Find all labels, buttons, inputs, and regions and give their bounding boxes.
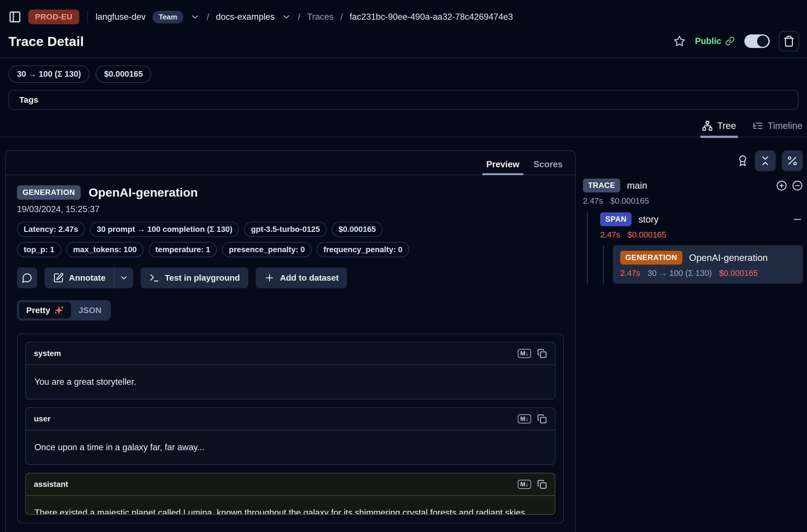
- message-role: assistant: [34, 480, 68, 489]
- trace-latency: 2.47s: [583, 196, 603, 206]
- trace-name: main: [627, 180, 647, 191]
- chevron-down-icon[interactable]: [282, 12, 291, 22]
- trash-icon: [783, 35, 795, 47]
- tree-node-span[interactable]: SPAN story: [600, 212, 803, 226]
- sidebar-toggle-icon[interactable]: [8, 11, 21, 23]
- pretty-label: Pretty: [26, 305, 50, 315]
- panel-tabs: Preview Scores: [6, 151, 575, 175]
- metric-latency: Latency: 2.47s: [17, 222, 85, 237]
- generation-cost: $0.000165: [719, 268, 757, 278]
- format-toggle: Pretty JSON: [17, 300, 111, 320]
- divider: [87, 11, 88, 23]
- span-name: story: [638, 214, 659, 225]
- generation-name: OpenAI-generation: [689, 252, 768, 263]
- breadcrumb-separator: /: [298, 12, 301, 22]
- star-icon[interactable]: [674, 35, 686, 47]
- link-icon: [725, 36, 735, 46]
- metric-presence-penalty: presence_penalty: 0: [222, 242, 312, 257]
- expand-all-icon[interactable]: [776, 180, 787, 191]
- metric-max-tokens: max_tokens: 100: [66, 242, 144, 257]
- format-json-button[interactable]: JSON: [71, 302, 109, 319]
- environment-badge[interactable]: PROD-EU: [28, 10, 79, 24]
- toggle-knob: [757, 36, 768, 47]
- page-title: Trace Detail: [8, 34, 84, 49]
- delete-trace-button[interactable]: [780, 32, 799, 51]
- breadcrumb-project[interactable]: docs-examples: [216, 12, 275, 22]
- chevron-down-icon[interactable]: [190, 12, 200, 22]
- markdown-toggle-button[interactable]: M↓: [518, 414, 531, 423]
- tab-scores[interactable]: Scores: [533, 159, 563, 175]
- copy-icon[interactable]: [537, 349, 547, 358]
- message-assistant: assistant M↓ There existed a majestic pl…: [25, 473, 555, 515]
- tab-preview[interactable]: Preview: [486, 159, 519, 175]
- breadcrumb-separator: /: [207, 12, 209, 22]
- test-in-playground-button[interactable]: Test in playground: [140, 267, 248, 288]
- award-icon[interactable]: [737, 155, 749, 167]
- collapse-all-button[interactable]: [755, 150, 776, 171]
- message-content: Once upon a time in a galaxy far, far aw…: [26, 431, 555, 464]
- markdown-toggle-button[interactable]: M↓: [518, 349, 531, 358]
- public-link[interactable]: Public: [695, 36, 735, 46]
- observation-metrics: Latency: 2.47s 30 prompt → 100 completio…: [17, 222, 426, 257]
- tags-container[interactable]: Tags: [8, 90, 799, 110]
- comment-button[interactable]: [17, 267, 37, 288]
- annotate-label: Annotate: [69, 273, 106, 283]
- metrics-percent-button[interactable]: [782, 150, 803, 171]
- breadcrumb-trace-id: fac231bc-90ee-490a-aa32-78c4269474e3: [350, 12, 513, 22]
- tree-node-trace[interactable]: TRACE main: [583, 178, 803, 192]
- metric-cost: $0.000165: [332, 222, 382, 237]
- observation-type-badge: GENERATION: [17, 185, 81, 200]
- annotate-dropdown-button[interactable]: [115, 267, 133, 288]
- trace-tree: TRACE main 2.47s $0.000165 SPAN: [583, 178, 803, 284]
- observation-title: OpenAI-generation: [89, 186, 198, 200]
- message-role: system: [34, 349, 61, 358]
- collapse-span-icon[interactable]: [792, 214, 803, 225]
- active-tab-indicator: [700, 136, 738, 138]
- view-tabs: Tree Timeline: [0, 120, 807, 137]
- copy-icon[interactable]: [537, 414, 547, 424]
- trace-badge: TRACE: [583, 178, 620, 192]
- collapse-node-icon[interactable]: [792, 180, 803, 191]
- markdown-toggle-button[interactable]: M↓: [518, 480, 531, 489]
- generation-latency: 2.47s: [620, 268, 640, 278]
- span-badge: SPAN: [600, 212, 632, 226]
- plus-icon: [264, 272, 275, 283]
- breadcrumb-traces[interactable]: Traces: [307, 12, 334, 22]
- message-paragraph: There existed a majestic planet called L…: [34, 506, 546, 515]
- generation-badge: GENERATION: [620, 251, 682, 265]
- token-usage-badge: 30 → 100 (Σ 130): [8, 65, 90, 83]
- tree-node-generation-selected[interactable]: GENERATION OpenAI-generation 2.47s 30 → …: [613, 245, 803, 284]
- generation-metrics: 2.47s 30 → 100 (Σ 130) $0.000165: [620, 268, 795, 278]
- breadcrumb-separator: /: [340, 12, 343, 22]
- active-tab-indicator: [482, 173, 523, 175]
- terminal-icon: [149, 272, 160, 283]
- copy-icon[interactable]: [537, 479, 547, 489]
- tree-icon: [702, 120, 713, 131]
- tab-timeline-label: Timeline: [768, 120, 803, 131]
- format-pretty-button[interactable]: Pretty: [19, 302, 71, 319]
- messages-container: system M↓ You are a great storyteller. u…: [17, 334, 564, 523]
- metric-tokens: 30 prompt → 100 completion (Σ 130): [90, 222, 239, 237]
- message-system: system M↓ You are a great storyteller.: [25, 342, 555, 399]
- observation-actions: Annotate Test in playground Add to datas…: [17, 267, 564, 288]
- observation-panel: Preview Scores GENERATION OpenAI-generat…: [5, 150, 576, 532]
- metric-model[interactable]: gpt-3.5-turbo-0125: [244, 222, 326, 237]
- tab-timeline[interactable]: Timeline: [753, 120, 803, 137]
- breadcrumb: PROD-EU langfuse-dev Team / docs-example…: [8, 10, 799, 24]
- trace-summary: 30 → 100 (Σ 130) $0.000165: [8, 65, 799, 83]
- sparkles-icon: [54, 305, 64, 315]
- breadcrumb-org[interactable]: langfuse-dev: [96, 12, 146, 22]
- observation-timestamp: 19/03/2024, 15:25:37: [17, 204, 564, 214]
- span-latency: 2.47s: [600, 230, 620, 240]
- playground-label: Test in playground: [165, 273, 240, 283]
- public-toggle[interactable]: [744, 34, 770, 48]
- add-to-dataset-button[interactable]: Add to dataset: [256, 267, 347, 288]
- tab-tree[interactable]: Tree: [702, 120, 736, 137]
- add-to-dataset-label: Add to dataset: [280, 273, 339, 283]
- public-label: Public: [695, 36, 721, 46]
- annotate-button[interactable]: Annotate: [44, 267, 114, 288]
- message-role: user: [34, 414, 51, 423]
- span-metrics: 2.47s $0.000165: [600, 230, 803, 240]
- trace-cost: $0.000165: [610, 196, 649, 206]
- chevrons-down-up-icon: [759, 155, 771, 167]
